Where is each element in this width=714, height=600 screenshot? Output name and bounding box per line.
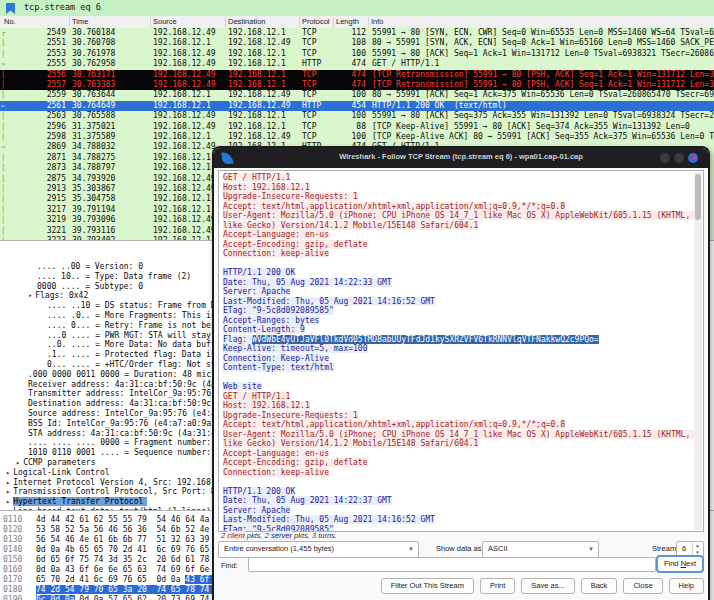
collapsed-arrow-icon[interactable]: ▸: [6, 469, 10, 477]
hex-bytes: 0d 0a 43 6f 6e 6e 65 63 74 69 6f 6e 3a: [36, 565, 224, 575]
hex-offset: 0140: [3, 545, 22, 555]
save-as-button[interactable]: Save as...: [521, 578, 574, 594]
detail-text: .... 10.. = Type: Data frame (2): [37, 272, 191, 281]
hex-bytes: 56 54 46 4e 61 6b 6b 77 51 32 63 39 50: [36, 535, 224, 545]
cell-dst: 192.168.12.1: [228, 28, 286, 38]
table-row[interactable]: │255130.760708192.168.12.1192.168.12.49T…: [0, 38, 714, 48]
stream-segment: Server: Apache: [223, 506, 290, 515]
stream-segment: Server: Apache: [223, 287, 290, 296]
filter-bookmark-icon[interactable]: [6, 3, 15, 14]
column-separator[interactable]: [150, 17, 151, 27]
column-header-protocol[interactable]: Protocol: [302, 17, 330, 26]
table-row[interactable]: │255330.761978192.168.12.49192.168.12.1T…: [0, 49, 714, 59]
cell-len: 474: [330, 70, 366, 80]
filter-out-this-stream-button[interactable]: Filter Out This Stream: [381, 578, 474, 594]
cell-time: 30.763171: [72, 70, 115, 80]
spinner-arrows-icon[interactable]: ▲▼: [692, 542, 702, 557]
column-header-source[interactable]: Source: [153, 17, 177, 26]
table-row[interactable]: │255730.763383192.168.12.49192.168.12.1T…: [0, 80, 714, 90]
column-header-length[interactable]: Length: [336, 17, 359, 26]
print-button[interactable]: Print: [480, 578, 515, 594]
detail-line[interactable]: 0000 .... = Subtype: 0: [37, 282, 143, 292]
column-separator[interactable]: [299, 17, 300, 27]
stream-segment: HTTP/1.1 200 OK: [223, 268, 295, 277]
collapsed-arrow-icon[interactable]: ▸: [6, 479, 10, 487]
close-window-icon[interactable]: ✕: [688, 153, 698, 163]
column-separator[interactable]: [333, 17, 334, 27]
stats-segment: pkts, 3 turns.: [292, 531, 337, 540]
cell-proto: TCP: [302, 122, 316, 132]
table-row[interactable]: ←256130.764649192.168.12.1192.168.12.49H…: [0, 101, 714, 111]
detail-line[interactable]: 1010 0110 0001 .... = Sequence number: 2…: [28, 448, 235, 458]
hex-bytes-plain: 65 70 2d 41 6c 69 76 65 0d 0a: [36, 575, 185, 584]
table-row[interactable]: │259831.375589192.168.12.1192.168.12.49T…: [0, 132, 714, 142]
close-button[interactable]: Close: [623, 578, 662, 594]
stream-segment: Web site: [223, 382, 262, 391]
cell-no: 2549: [14, 28, 66, 38]
stream-content-area[interactable]: GET / HTTP/1.1Host: 192.168.12.1Upgrade-…: [218, 170, 704, 532]
cell-mark: │: [1, 90, 13, 100]
show-data-as-select[interactable]: ASCII ▼: [482, 541, 599, 558]
detail-line[interactable]: .... 10.. = Type: Data frame (2): [37, 272, 191, 282]
table-row[interactable]: │255930.763644192.168.12.1192.168.12.49T…: [0, 90, 714, 100]
column-separator[interactable]: [69, 17, 70, 27]
column-header-destination[interactable]: Destination: [228, 17, 266, 26]
find-next-button[interactable]: Find Next: [657, 556, 703, 572]
column-separator[interactable]: [368, 17, 369, 27]
server-data-line: Web site: [223, 382, 691, 392]
minimize-button[interactable]: [660, 153, 670, 163]
dialog-titlebar[interactable]: Wireshark - Follow TCP Stream (tcp.strea…: [214, 148, 708, 168]
collapsed-arrow-icon[interactable]: ▸: [16, 459, 20, 467]
cell-no: 2556: [14, 70, 66, 80]
collapsed-arrow-icon[interactable]: ▸: [6, 498, 10, 506]
stream-scrollbar[interactable]: [694, 172, 702, 530]
column-header-time[interactable]: Time: [72, 17, 88, 26]
cell-dst: 192.168.12.1: [228, 122, 286, 132]
cell-proto: TCP: [302, 28, 316, 38]
find-input[interactable]: [248, 557, 656, 572]
cell-info: 55991 → 80 [SYN, ECN, CWR] Seq=0 Win=655…: [372, 28, 714, 38]
column-separator[interactable]: [225, 17, 226, 27]
detail-line[interactable]: ..0. .... = More Data: No data buffered: [47, 340, 235, 350]
stream-segment: Date: Thu, 05 Aug 2021 14:22:33 GMT: [223, 278, 392, 287]
stream-segment: User-Agent: Mozilla/5.0 (iPhone; CPU iPh…: [223, 211, 695, 230]
cell-dst: 192.168.12.49: [228, 132, 291, 142]
cell-mark: ←: [1, 101, 13, 111]
stream-segment: GET / HTTP/1.1: [223, 392, 290, 401]
display-filter-input[interactable]: tcp.stream eq 6: [24, 2, 101, 12]
stream-scrollbar-thumb[interactable]: [695, 174, 701, 220]
conversation-select[interactable]: Entire conversation (1,455 bytes) ▼: [218, 541, 419, 558]
help-button[interactable]: Help: [669, 578, 704, 594]
chevron-down-icon: ▼: [408, 542, 414, 556]
display-filter-bar[interactable]: tcp.stream eq 6: [0, 0, 714, 17]
cell-time: 35.304758: [72, 194, 115, 204]
client-data-line: Accept-Encoding: gzip, deflate: [223, 240, 691, 250]
hex-offset: 0130: [3, 535, 22, 545]
detail-line[interactable]: .... ..00 = Version: 0: [37, 262, 143, 272]
cell-time: 30.763383: [72, 80, 115, 90]
column-header-info[interactable]: Info: [371, 17, 384, 26]
cell-src: 192.168.12.1: [153, 163, 211, 173]
table-row[interactable]: │259631.375021192.168.12.49192.168.12.1T…: [0, 122, 714, 132]
cell-src: 192.168.12.1: [153, 153, 211, 163]
cell-time: 39.793116: [72, 226, 115, 236]
cell-mark: │: [1, 49, 13, 59]
back-button[interactable]: Back: [581, 578, 618, 594]
conversation-select-value: Entire conversation (1,455 bytes): [224, 544, 334, 553]
detail-line[interactable]: .... .... .... 0000 = Fragment number: 0: [28, 438, 221, 448]
table-row[interactable]: →255530.762958192.168.12.49192.168.12.1H…: [0, 59, 714, 69]
cell-mark: →: [1, 59, 13, 69]
maximize-button[interactable]: [674, 153, 684, 163]
table-row[interactable]: ┌254930.760184192.168.12.49192.168.12.1T…: [0, 28, 714, 38]
table-row[interactable]: │255630.763171192.168.12.49192.168.12.1T…: [0, 70, 714, 80]
table-row[interactable]: │256330.765588192.168.12.49192.168.12.1T…: [0, 111, 714, 121]
detail-text: 1010 0110 0001 .... = Sequence number: 2…: [28, 448, 235, 457]
cell-time: 31.375021: [72, 122, 115, 132]
cell-time: 30.763644: [72, 90, 115, 100]
column-header-no[interactable]: No.: [4, 17, 16, 26]
expanded-arrow-icon[interactable]: ▾: [28, 292, 32, 300]
collapsed-arrow-icon[interactable]: ▸: [6, 488, 10, 496]
cell-len: 112: [330, 28, 366, 38]
detail-line[interactable]: ...0 .... = PWR MGT: STA will stay up: [47, 331, 225, 341]
client-data-line: Connection: keep-alive: [223, 468, 691, 478]
